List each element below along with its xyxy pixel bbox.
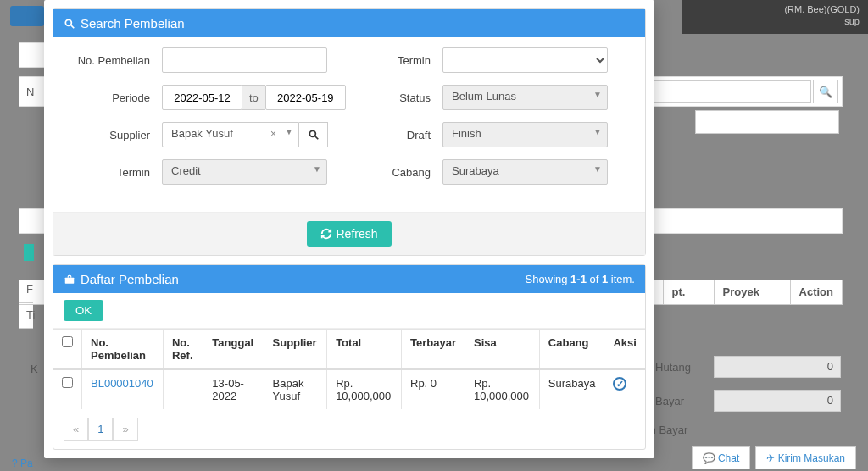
chat-button[interactable]: 💬 Chat [692, 446, 751, 469]
refresh-button[interactable]: Refresh [307, 221, 391, 247]
bg-green-btn [24, 244, 34, 261]
modal-dialog: Search Pembelian No. Pembelian Periode t… [44, 0, 654, 458]
svg-line-1 [71, 25, 75, 28]
periode-to-label: to [242, 85, 265, 110]
cell-ref [163, 369, 203, 409]
chevron-down-icon: ▼ [593, 90, 602, 99]
list-panel: Daftar Pembelian Showing 1-1 of 1 item. … [53, 264, 646, 450]
search-icon [64, 18, 75, 30]
periode-label: Periode [69, 91, 162, 104]
total-bayar-value: 0 [714, 390, 841, 412]
pager-next[interactable]: » [113, 418, 137, 441]
svg-line-3 [314, 136, 318, 140]
select-all-checkbox[interactable] [62, 336, 73, 347]
supplier-label: Supplier [69, 129, 162, 141]
supplier-select[interactable]: Bapak Yusuf × ▼ [162, 122, 299, 147]
user-sub: sup [690, 15, 860, 27]
termin-right-select[interactable] [442, 47, 608, 73]
draft-label: Draft [349, 129, 442, 141]
th-supplier: Supplier [264, 330, 327, 370]
search-panel-title: Search Pembelian [81, 16, 185, 30]
draft-select[interactable]: Finish ▼ [442, 122, 608, 147]
table-row: BL00001040 13-05-2022 Bapak Yusuf Rp. 10… [53, 369, 645, 409]
periode-from-input[interactable] [162, 85, 242, 110]
search-icon: 🔍 [813, 80, 838, 103]
cabang-select[interactable]: Surabaya ▼ [442, 159, 608, 185]
total-hutang-value: 0 [714, 356, 841, 378]
ok-button[interactable]: OK [64, 300, 103, 321]
kirim-masukan-button[interactable]: ✈ Kirim Masukan [755, 446, 856, 469]
chevron-down-icon: ▼ [285, 127, 293, 136]
cabang-label: Cabang [349, 166, 442, 179]
termin-select[interactable]: Credit ▼ [162, 159, 327, 185]
search-panel-header: Search Pembelian [53, 9, 645, 37]
no-pembelian-label: No. Pembelian [69, 54, 162, 67]
bg-button [10, 6, 44, 26]
briefcase-icon [64, 274, 75, 285]
svg-point-0 [65, 19, 71, 25]
th-no-ref: No. Ref. [163, 330, 203, 370]
bg-select [695, 110, 839, 134]
chevron-down-icon: ▼ [593, 127, 602, 136]
user-plan: (RM. Bee)(GOLD) [690, 3, 860, 15]
chevron-down-icon: ▼ [593, 164, 602, 174]
search-icon [308, 129, 320, 141]
pagination: « 1 » [53, 409, 645, 449]
list-panel-header: Daftar Pembelian Showing 1-1 of 1 item. [53, 265, 645, 293]
th-sisa: Sisa [465, 330, 539, 370]
cell-supplier: Bapak Yusuf [264, 369, 327, 409]
th-terbayar: Terbayar [402, 330, 465, 370]
cell-terbayar: Rp. 0 [402, 369, 465, 409]
no-pembelian-input[interactable] [162, 47, 327, 73]
bg-table-row2: Ti [19, 305, 33, 329]
status-label: Status [349, 91, 442, 104]
termin-left-label: Termin [69, 166, 162, 179]
svg-point-2 [309, 130, 315, 136]
th-total: Total [327, 330, 402, 370]
periode-to-input[interactable] [265, 85, 346, 110]
th-cabang: Cabang [539, 330, 604, 370]
list-panel-title: Daftar Pembelian [81, 272, 179, 286]
cell-total: Rp. 10,000,000 [327, 369, 402, 409]
supplier-lookup-button[interactable] [299, 122, 328, 147]
clear-icon[interactable]: × [270, 128, 276, 140]
table-header-row: No. Pembelian No. Ref. Tanggal Supplier … [53, 330, 645, 370]
svg-rect-4 [65, 277, 75, 283]
th-no-pembelian: No. Pembelian [82, 330, 164, 370]
chevron-down-icon: ▼ [313, 164, 321, 174]
cell-cabang: Surabaya [539, 369, 604, 409]
cell-sisa: Rp. 10,000,000 [465, 369, 539, 409]
termin-right-label: Termin [349, 54, 442, 67]
row-checkbox[interactable] [62, 377, 73, 388]
status-select[interactable]: Belum Lunas ▼ [442, 85, 608, 110]
pembelian-table: No. Pembelian No. Ref. Tanggal Supplier … [53, 329, 645, 409]
th-aksi: Aksi [604, 330, 645, 370]
search-panel: Search Pembelian No. Pembelian Periode t… [53, 8, 646, 256]
showing-text: Showing 1-1 of 1 item. [526, 273, 635, 285]
bg-K: K [31, 363, 38, 375]
help-link[interactable]: ? Pa [12, 457, 33, 469]
pager-page-1[interactable]: 1 [88, 418, 113, 441]
bg-table-row1: F [19, 280, 33, 303]
refresh-icon [320, 228, 332, 240]
pager-prev[interactable]: « [64, 418, 88, 441]
pembelian-link[interactable]: BL00001040 [91, 377, 153, 390]
th-tanggal: Tanggal [203, 330, 264, 370]
select-row-icon[interactable]: ✓ [613, 377, 626, 391]
cell-tanggal: 13-05-2022 [203, 369, 264, 409]
